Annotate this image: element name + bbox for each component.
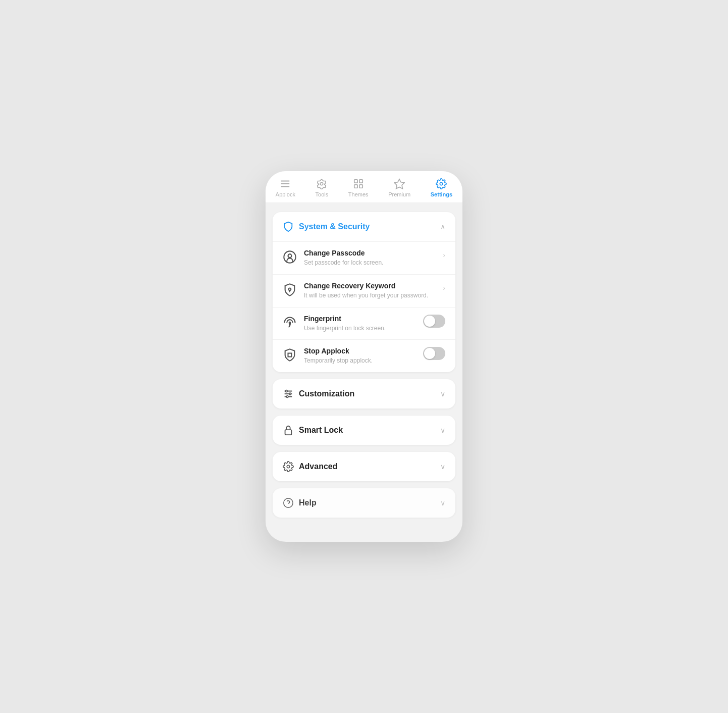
svg-point-23 (287, 465, 290, 468)
item-subtitle-change-passcode: Set passcode for lock screen. (304, 259, 436, 267)
section-title-help: Help (299, 498, 317, 507)
item-title-fingerprint: Fingerprint (304, 315, 416, 323)
section-smart-lock: Smart Lock ∨ (273, 416, 455, 445)
nav-item-settings[interactable]: Settings (431, 178, 452, 197)
section-title-customization: Customization (299, 389, 354, 398)
svg-rect-22 (285, 430, 292, 435)
nav-label-applock: Applock (276, 191, 295, 197)
svg-rect-6 (354, 185, 357, 188)
chevron-down-icon-smart-lock: ∨ (440, 426, 445, 434)
svg-point-11 (288, 254, 292, 258)
chevron-down-icon-help: ∨ (440, 499, 445, 507)
shield-icon (283, 221, 294, 232)
chevron-right-icon-2: › (443, 284, 445, 292)
svg-rect-7 (359, 185, 362, 188)
phone-shell: Applock Tools Themes Premium (266, 171, 462, 542)
gear-icon (283, 461, 294, 472)
svg-point-20 (289, 393, 291, 395)
stop-applock-toggle[interactable] (423, 347, 445, 360)
nav-label-premium: Premium (388, 191, 410, 197)
item-subtitle-fingerprint: Use fingerprint on lock screen. (304, 324, 416, 333)
section-header-smart-lock[interactable]: Smart Lock ∨ (273, 416, 455, 445)
svg-point-12 (289, 288, 291, 290)
nav-item-applock[interactable]: Applock (276, 178, 295, 197)
section-header-help[interactable]: Help ∨ (273, 488, 455, 518)
shield-stop-icon (283, 348, 297, 362)
nav-label-themes: Themes (348, 191, 369, 197)
chevron-down-icon-advanced: ∨ (440, 463, 445, 471)
svg-point-19 (286, 390, 288, 392)
help-circle-icon (283, 497, 294, 508)
nav-item-premium[interactable]: Premium (388, 178, 410, 197)
item-title-change-passcode: Change Passcode (304, 249, 436, 257)
svg-point-3 (321, 182, 324, 185)
item-title-change-recovery: Change Recovery Keyword (304, 282, 436, 290)
section-title-advanced: Advanced (299, 462, 337, 471)
section-help: Help ∨ (273, 488, 455, 518)
section-title-system-security: System & Security (299, 222, 370, 231)
item-stop-applock: Stop Applock Temporarily stop applock. (273, 339, 455, 372)
shield-key-icon (283, 283, 297, 297)
sliders-icon (283, 388, 294, 399)
lock-icon (283, 425, 294, 436)
section-advanced: Advanced ∨ (273, 452, 455, 481)
item-fingerprint: Fingerprint Use fingerprint on lock scre… (273, 307, 455, 340)
passcode-icon (283, 250, 297, 264)
svg-rect-5 (359, 180, 362, 183)
svg-rect-15 (288, 353, 292, 357)
bottom-nav: Applock Tools Themes Premium (266, 171, 462, 203)
nav-item-themes[interactable]: Themes (348, 178, 369, 197)
svg-point-21 (286, 396, 288, 398)
main-content: System & Security ∧ Change Passcode Set … (266, 203, 462, 527)
chevron-down-icon-customization: ∨ (440, 390, 445, 398)
section-title-smart-lock: Smart Lock (299, 426, 343, 435)
svg-rect-4 (354, 180, 357, 183)
chevron-right-icon: › (443, 251, 445, 259)
svg-point-24 (284, 498, 293, 507)
svg-point-14 (289, 322, 290, 323)
svg-point-10 (284, 251, 295, 263)
svg-marker-8 (394, 179, 404, 189)
section-header-system-security[interactable]: System & Security ∧ (273, 212, 455, 241)
item-subtitle-change-recovery: It will be used when you forget your pas… (304, 291, 436, 300)
fingerprint-icon (283, 316, 297, 330)
section-header-advanced[interactable]: Advanced ∨ (273, 452, 455, 481)
item-subtitle-stop-applock: Temporarily stop applock. (304, 356, 416, 365)
fingerprint-toggle[interactable] (423, 315, 445, 328)
section-header-customization[interactable]: Customization ∨ (273, 379, 455, 409)
chevron-up-icon: ∧ (440, 223, 445, 231)
section-customization: Customization ∨ (273, 379, 455, 409)
item-change-recovery[interactable]: Change Recovery Keyword It will be used … (273, 274, 455, 307)
nav-label-settings: Settings (431, 191, 452, 197)
section-system-security: System & Security ∧ Change Passcode Set … (273, 212, 455, 372)
nav-label-tools: Tools (316, 191, 329, 197)
item-change-passcode[interactable]: Change Passcode Set passcode for lock sc… (273, 241, 455, 274)
item-title-stop-applock: Stop Applock (304, 347, 416, 355)
nav-item-tools[interactable]: Tools (316, 178, 329, 197)
svg-point-9 (440, 182, 443, 185)
